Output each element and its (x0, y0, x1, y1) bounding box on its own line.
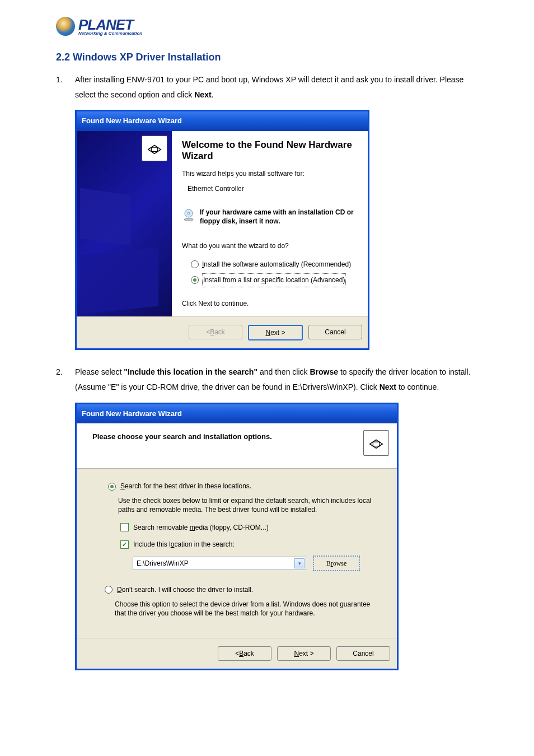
radio-specific[interactable] (191, 276, 199, 284)
step-1-text-a: After installing ENW-9701 to your PC and… (75, 75, 463, 99)
wizard-2-desc2: Choose this option to select the device … (115, 600, 381, 618)
path-value: E:\Drivers\WinXP (137, 557, 189, 570)
wizard-1-question: What do you want the wizard to do? (182, 240, 358, 253)
wizard-1-continue: Click Next to continue. (182, 297, 358, 310)
svg-point-2 (184, 218, 193, 221)
planet-globe-icon (56, 17, 75, 36)
back-button: < Back (189, 325, 242, 339)
step-2: 2. Please select "Include this location … (56, 365, 478, 670)
wizard-1-sidebar (77, 131, 172, 317)
logo-tagline: Networking & Communication (78, 31, 142, 36)
radio-search-best-label[interactable]: Search for the best driver in these loca… (120, 480, 251, 493)
next-button[interactable]: Next > (277, 646, 331, 661)
radio-dont-search[interactable] (105, 586, 113, 594)
logo-brand: PLANET (78, 17, 142, 32)
radio-specific-label[interactable]: Install from a list or specific location… (202, 273, 346, 287)
device-icon (142, 136, 167, 161)
cd-icon (182, 208, 195, 226)
step-2-bold2: Browse (310, 367, 338, 376)
step-2-number: 2. (56, 365, 63, 380)
wizard-1-titlebar: Found New Hardware Wizard (77, 111, 368, 131)
step-1-dot: . (212, 90, 214, 99)
path-combobox[interactable]: E:\Drivers\WinXP ▾ (133, 557, 306, 570)
cancel-button[interactable]: Cancel (336, 646, 390, 661)
svg-point-1 (188, 212, 190, 214)
checkbox-include-location-label[interactable]: Include this location in the search: (133, 538, 235, 551)
browse-button[interactable]: Browse (313, 556, 360, 571)
back-button[interactable]: < Back (218, 646, 271, 661)
next-button[interactable]: Next > (248, 325, 303, 340)
wizard-2-heading: Please choose your search and installati… (92, 430, 272, 444)
step-2-bold3: Next (380, 382, 396, 391)
checkbox-removable-media-label[interactable]: Search removable media (floppy, CD-ROM..… (133, 521, 269, 534)
step-2-bold1: "Include this location in the search" (124, 367, 257, 376)
wizard-1-helps: This wizard helps you install software f… (182, 167, 358, 180)
wizard-1: Found New Hardware Wizard Welcome to the… (75, 110, 369, 350)
wizard-1-welcome: Welcome to the Found New Hardware Wizard (182, 139, 358, 162)
chevron-down-icon[interactable]: ▾ (294, 558, 305, 568)
logo: PLANET Networking & Communication (56, 17, 478, 36)
checkbox-include-location[interactable] (120, 540, 129, 549)
radio-auto-label[interactable]: Install the software automatically (Reco… (202, 258, 351, 271)
wizard-1-cd-note: If your hardware came with an installati… (200, 208, 358, 226)
device-icon (363, 430, 389, 456)
step-1-number: 1. (56, 72, 63, 87)
section-title: 2.2 Windows XP Driver Installation (56, 52, 478, 63)
step-1-next: Next (194, 90, 211, 99)
radio-dont-search-label[interactable]: Don't search. I will choose the driver t… (117, 584, 253, 596)
cancel-button[interactable]: Cancel (308, 325, 362, 339)
wizard-2-desc1: Use the check boxes below to limit or ex… (118, 496, 381, 514)
radio-auto[interactable] (191, 260, 199, 268)
step-1: 1. After installing ENW-9701 to your PC … (56, 72, 478, 350)
wizard-1-device: Ethernet Controller (188, 183, 358, 195)
wizard-2: Found New Hardware Wizard Please choose … (75, 403, 399, 671)
wizard-2-titlebar: Found New Hardware Wizard (77, 404, 397, 424)
radio-search-best[interactable] (108, 483, 116, 491)
checkbox-removable-media[interactable] (120, 523, 129, 531)
